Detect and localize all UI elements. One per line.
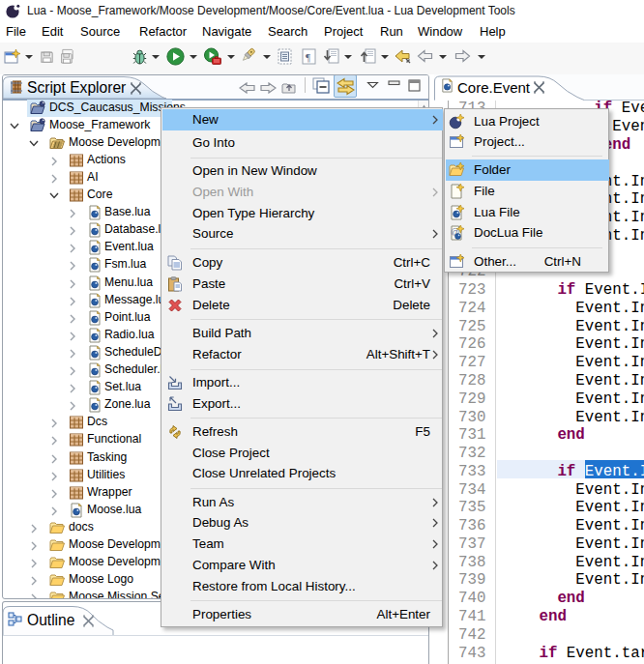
svg-text:¶: ¶ — [306, 51, 310, 63]
